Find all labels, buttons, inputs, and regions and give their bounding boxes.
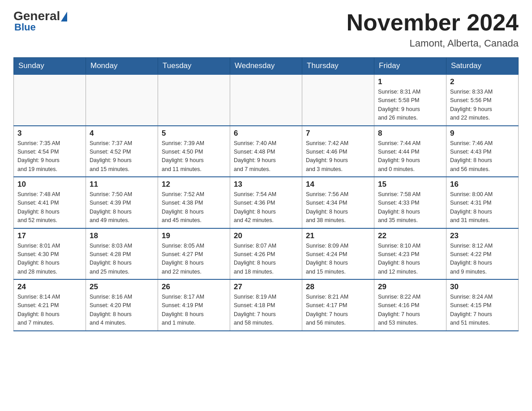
main-title: November 2024 [347, 9, 519, 36]
subtitle: Lamont, Alberta, Canada [347, 38, 519, 49]
day-number: 20 [234, 231, 298, 240]
calendar-cell: 9Sunrise: 7:46 AM Sunset: 4:43 PM Daylig… [446, 126, 519, 177]
day-info: Sunrise: 7:37 AM Sunset: 4:52 PM Dayligh… [90, 139, 154, 174]
day-header-thursday: Thursday [302, 58, 374, 75]
title-section: November 2024 Lamont, Alberta, Canada [347, 9, 519, 49]
day-header-wednesday: Wednesday [230, 58, 302, 75]
day-info: Sunrise: 8:03 AM Sunset: 4:28 PM Dayligh… [90, 242, 154, 277]
calendar-cell: 5Sunrise: 7:39 AM Sunset: 4:50 PM Daylig… [158, 126, 230, 177]
day-info: Sunrise: 8:24 AM Sunset: 4:15 PM Dayligh… [450, 293, 515, 328]
day-info: Sunrise: 8:00 AM Sunset: 4:31 PM Dayligh… [450, 190, 515, 225]
day-number: 10 [17, 180, 82, 189]
day-info: Sunrise: 8:16 AM Sunset: 4:20 PM Dayligh… [90, 293, 154, 328]
day-info: Sunrise: 8:31 AM Sunset: 5:58 PM Dayligh… [378, 88, 442, 123]
calendar-cell: 1Sunrise: 8:31 AM Sunset: 5:58 PM Daylig… [374, 74, 446, 126]
day-info: Sunrise: 7:42 AM Sunset: 4:46 PM Dayligh… [306, 139, 370, 174]
calendar-cell: 3Sunrise: 7:35 AM Sunset: 4:54 PM Daylig… [14, 126, 86, 177]
day-info: Sunrise: 8:10 AM Sunset: 4:23 PM Dayligh… [378, 242, 442, 277]
day-number: 28 [306, 283, 370, 291]
day-info: Sunrise: 8:19 AM Sunset: 4:18 PM Dayligh… [234, 293, 298, 328]
calendar-cell: 19Sunrise: 8:05 AM Sunset: 4:27 PM Dayli… [158, 228, 230, 280]
day-number: 4 [90, 129, 154, 138]
day-number: 26 [162, 283, 226, 291]
day-number: 9 [450, 129, 515, 138]
calendar-cell: 26Sunrise: 8:17 AM Sunset: 4:19 PM Dayli… [158, 279, 230, 331]
day-info: Sunrise: 7:58 AM Sunset: 4:33 PM Dayligh… [378, 190, 442, 225]
day-number: 25 [90, 283, 154, 291]
calendar-cell: 7Sunrise: 7:42 AM Sunset: 4:46 PM Daylig… [302, 126, 374, 177]
calendar-cell: 23Sunrise: 8:12 AM Sunset: 4:22 PM Dayli… [446, 228, 519, 280]
calendar-cell: 20Sunrise: 8:07 AM Sunset: 4:26 PM Dayli… [230, 228, 302, 280]
calendar-cell: 24Sunrise: 8:14 AM Sunset: 4:21 PM Dayli… [14, 279, 86, 331]
day-info: Sunrise: 8:05 AM Sunset: 4:27 PM Dayligh… [162, 242, 226, 277]
day-number: 5 [162, 129, 226, 138]
calendar-cell: 2Sunrise: 8:33 AM Sunset: 5:56 PM Daylig… [446, 74, 519, 126]
calendar-week-row: 3Sunrise: 7:35 AM Sunset: 4:54 PM Daylig… [14, 126, 519, 177]
day-info: Sunrise: 7:52 AM Sunset: 4:38 PM Dayligh… [162, 190, 226, 225]
day-number: 6 [234, 129, 298, 138]
calendar-cell: 12Sunrise: 7:52 AM Sunset: 4:38 PM Dayli… [158, 177, 230, 228]
calendar-cell: 6Sunrise: 7:40 AM Sunset: 4:48 PM Daylig… [230, 126, 302, 177]
day-number: 14 [306, 180, 370, 189]
day-number: 22 [378, 231, 442, 240]
day-number: 7 [306, 129, 370, 138]
calendar-cell: 14Sunrise: 7:56 AM Sunset: 4:34 PM Dayli… [302, 177, 374, 228]
day-info: Sunrise: 7:40 AM Sunset: 4:48 PM Dayligh… [234, 139, 298, 174]
calendar-cell [86, 74, 158, 126]
day-header-tuesday: Tuesday [158, 58, 230, 75]
day-number: 29 [378, 283, 442, 291]
calendar-cell [230, 74, 302, 126]
day-number: 8 [378, 129, 442, 138]
day-info: Sunrise: 7:35 AM Sunset: 4:54 PM Dayligh… [17, 139, 82, 174]
calendar-cell: 18Sunrise: 8:03 AM Sunset: 4:28 PM Dayli… [86, 228, 158, 280]
calendar-cell: 25Sunrise: 8:16 AM Sunset: 4:20 PM Dayli… [86, 279, 158, 331]
calendar-cell: 10Sunrise: 7:48 AM Sunset: 4:41 PM Dayli… [14, 177, 86, 228]
day-number: 15 [378, 180, 442, 189]
calendar-cell: 21Sunrise: 8:09 AM Sunset: 4:24 PM Dayli… [302, 228, 374, 280]
calendar-cell: 15Sunrise: 7:58 AM Sunset: 4:33 PM Dayli… [374, 177, 446, 228]
day-info: Sunrise: 7:46 AM Sunset: 4:43 PM Dayligh… [450, 139, 515, 174]
day-info: Sunrise: 8:01 AM Sunset: 4:30 PM Dayligh… [17, 242, 82, 277]
day-number: 21 [306, 231, 370, 240]
day-number: 16 [450, 180, 515, 189]
day-number: 27 [234, 283, 298, 291]
logo: General Blue [13, 9, 67, 33]
day-header-friday: Friday [374, 58, 446, 75]
day-info: Sunrise: 8:12 AM Sunset: 4:22 PM Dayligh… [450, 242, 515, 277]
calendar-cell: 30Sunrise: 8:24 AM Sunset: 4:15 PM Dayli… [446, 279, 519, 331]
day-info: Sunrise: 7:50 AM Sunset: 4:39 PM Dayligh… [90, 190, 154, 225]
page-header: General Blue November 2024 Lamont, Alber… [13, 9, 519, 49]
day-info: Sunrise: 8:14 AM Sunset: 4:21 PM Dayligh… [17, 293, 82, 328]
calendar-cell [158, 74, 230, 126]
calendar-week-row: 17Sunrise: 8:01 AM Sunset: 4:30 PM Dayli… [14, 228, 519, 280]
logo-triangle-icon [61, 12, 67, 21]
calendar-cell: 27Sunrise: 8:19 AM Sunset: 4:18 PM Dayli… [230, 279, 302, 331]
day-number: 11 [90, 180, 154, 189]
calendar-cell: 13Sunrise: 7:54 AM Sunset: 4:36 PM Dayli… [230, 177, 302, 228]
day-info: Sunrise: 8:17 AM Sunset: 4:19 PM Dayligh… [162, 293, 226, 328]
day-header-monday: Monday [86, 58, 158, 75]
day-number: 30 [450, 283, 515, 291]
calendar-week-row: 24Sunrise: 8:14 AM Sunset: 4:21 PM Dayli… [14, 279, 519, 331]
day-number: 2 [450, 77, 515, 86]
day-number: 24 [17, 283, 82, 291]
day-number: 3 [17, 129, 82, 138]
calendar-cell: 29Sunrise: 8:22 AM Sunset: 4:16 PM Dayli… [374, 279, 446, 331]
day-number: 18 [90, 231, 154, 240]
day-info: Sunrise: 8:22 AM Sunset: 4:16 PM Dayligh… [378, 293, 442, 328]
calendar-cell [14, 74, 86, 126]
day-header-saturday: Saturday [446, 58, 519, 75]
day-number: 19 [162, 231, 226, 240]
day-info: Sunrise: 8:07 AM Sunset: 4:26 PM Dayligh… [234, 242, 298, 277]
day-info: Sunrise: 7:54 AM Sunset: 4:36 PM Dayligh… [234, 190, 298, 225]
calendar-cell: 17Sunrise: 8:01 AM Sunset: 4:30 PM Dayli… [14, 228, 86, 280]
calendar-cell: 11Sunrise: 7:50 AM Sunset: 4:39 PM Dayli… [86, 177, 158, 228]
calendar-cell: 8Sunrise: 7:44 AM Sunset: 4:44 PM Daylig… [374, 126, 446, 177]
day-number: 1 [378, 77, 442, 86]
calendar-week-row: 1Sunrise: 8:31 AM Sunset: 5:58 PM Daylig… [14, 74, 519, 126]
calendar-cell: 16Sunrise: 8:00 AM Sunset: 4:31 PM Dayli… [446, 177, 519, 228]
day-info: Sunrise: 7:48 AM Sunset: 4:41 PM Dayligh… [17, 190, 82, 225]
day-header-sunday: Sunday [14, 58, 86, 75]
calendar-table: SundayMondayTuesdayWednesdayThursdayFrid… [13, 57, 519, 331]
calendar-cell: 22Sunrise: 8:10 AM Sunset: 4:23 PM Dayli… [374, 228, 446, 280]
